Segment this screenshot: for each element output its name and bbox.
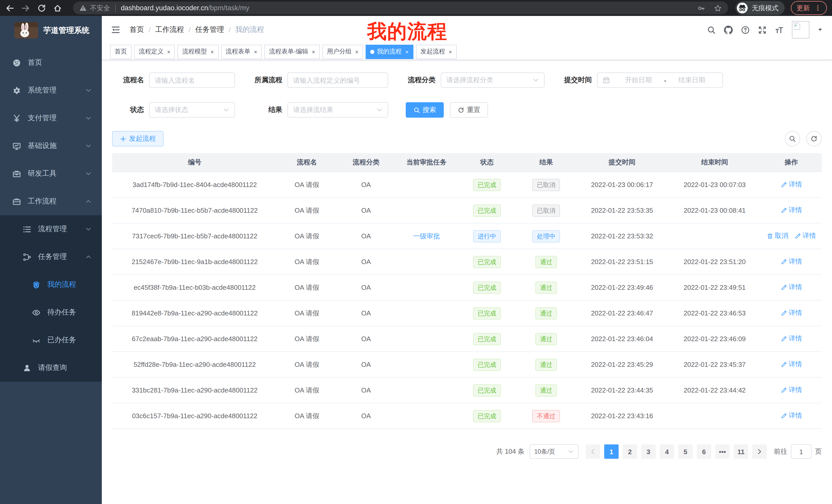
sidebar-subitem-4[interactable]: 已办任务 <box>0 326 102 354</box>
browser-home-icon[interactable] <box>53 3 62 12</box>
page-button-4[interactable]: 4 <box>660 444 674 459</box>
result-cell: 通过 <box>517 377 576 403</box>
breadcrumb-item-1[interactable]: 工作流程 <box>155 25 184 34</box>
page-size-select[interactable]: 10条/页 <box>530 444 578 459</box>
filter-process-definition: 所属流程 <box>247 73 388 88</box>
status-select[interactable]: 请选择状态 <box>149 102 235 118</box>
sidebar-item-2[interactable]: 支付管理 <box>0 104 102 132</box>
tab-6[interactable]: 我的流程× <box>366 45 413 59</box>
tab-close-icon[interactable]: × <box>405 49 409 55</box>
table-row: 7470a810-7b9b-11ec-b5b7-acde48001122OA 请… <box>112 198 822 223</box>
page-button-2[interactable]: 2 <box>623 444 637 459</box>
main-area: 首页/工作流程/任务管理/我的流程 <box>102 16 832 504</box>
show-search-button[interactable] <box>785 131 800 146</box>
not-secure-warning-icon[interactable] <box>79 4 87 12</box>
search-button[interactable]: 搜索 <box>406 102 444 118</box>
page-button-5[interactable]: 5 <box>678 444 693 459</box>
table-row: 819442e8-7b9a-11ec-a290-acde48001122OA 请… <box>112 300 822 326</box>
avatar[interactable] <box>792 21 809 38</box>
refresh-table-button[interactable] <box>806 131 822 146</box>
detail-link[interactable]: 详情 <box>781 386 802 395</box>
github-icon[interactable] <box>724 25 733 34</box>
reset-button[interactable]: 重置 <box>450 102 488 118</box>
detail-link[interactable]: 详情 <box>781 411 802 421</box>
detail-link[interactable]: 详情 <box>781 206 802 215</box>
sidebar-item-5[interactable]: 工作流程 <box>0 188 102 215</box>
detail-link[interactable]: 详情 <box>781 257 802 267</box>
detail-link[interactable]: 详情 <box>781 360 802 369</box>
url-text[interactable]: dashboard.yudao.iocoder.cn/bpm/task/my <box>121 4 689 12</box>
sidebar-submenu: 流程管理任务管理我的流程待办任务已办任务请假查询 <box>0 215 102 382</box>
password-key-icon[interactable] <box>697 4 705 12</box>
sidebar-item-4[interactable]: 研发工具 <box>0 160 102 188</box>
tab-0[interactable]: 首页 <box>110 45 132 59</box>
sidebar-subitem-5[interactable]: 请假查询 <box>0 354 102 382</box>
sidebar-toggle-icon[interactable] <box>111 25 120 34</box>
tab-1[interactable]: 流程定义× <box>134 45 175 59</box>
font-size-icon[interactable] <box>775 25 784 34</box>
header-actions <box>707 21 823 38</box>
current-task-link[interactable]: 一级审批 <box>413 232 440 240</box>
tab-close-icon[interactable]: × <box>254 49 257 55</box>
detail-link[interactable]: 详情 <box>795 231 816 241</box>
browser-back-icon[interactable] <box>5 3 15 12</box>
page-button-11[interactable]: 11 <box>734 444 748 459</box>
actions-cell: 详情 <box>761 249 822 275</box>
monitor-icon <box>12 142 21 150</box>
cancel-link[interactable]: 取消 <box>767 231 788 241</box>
goto-page-input[interactable] <box>791 444 811 459</box>
tab-2[interactable]: 流程模型× <box>178 45 218 59</box>
app-logo-row[interactable]: 芋道管理系统 <box>0 16 102 45</box>
tab-7[interactable]: 发起流程× <box>416 45 457 59</box>
browser-update-button[interactable]: 更新 <box>791 1 827 15</box>
filter-process-category: 流程分类 请选择流程分类 <box>400 73 545 88</box>
result-select[interactable]: 请选择流结果 <box>287 102 388 118</box>
chevron-down-icon <box>223 107 229 113</box>
browser-forward-icon[interactable] <box>21 3 30 12</box>
process-category-select[interactable]: 请选择流程分类 <box>441 73 545 88</box>
page-button-1[interactable]: 1 <box>604 444 619 459</box>
start-process-button[interactable]: 发起流程 <box>112 131 163 146</box>
submit-time-range-picker[interactable]: 开始日期 - 结束日期 <box>597 73 723 88</box>
detail-link[interactable]: 详情 <box>781 309 802 318</box>
process-name-input[interactable] <box>149 73 235 88</box>
page-button-6[interactable]: 6 <box>697 444 711 459</box>
bookmark-star-icon[interactable] <box>714 4 722 12</box>
prev-page-button[interactable] <box>586 444 600 459</box>
sidebar-item-3[interactable]: 基础设施 <box>0 132 102 160</box>
sidebar-item-0[interactable]: 首页 <box>0 49 102 77</box>
total-count-label: 共 104 条 <box>496 447 524 456</box>
tab-label: 用户分组 <box>327 47 352 56</box>
page-button-•••[interactable]: ••• <box>715 444 730 459</box>
sidebar-item-1[interactable]: 系统管理 <box>0 77 102 104</box>
process-definition-input[interactable] <box>287 73 388 88</box>
address-bar[interactable]: 不安全 dashboard.yudao.iocoder.cn/bpm/task/… <box>73 2 728 15</box>
detail-link[interactable]: 详情 <box>781 334 802 343</box>
detail-link[interactable]: 详情 <box>781 180 802 189</box>
tab-close-icon[interactable]: × <box>449 49 452 55</box>
next-page-button[interactable] <box>752 444 767 459</box>
avatar-caret-icon[interactable] <box>817 27 823 32</box>
browser-reload-icon[interactable] <box>37 3 46 12</box>
fullscreen-icon[interactable] <box>758 25 767 34</box>
tab-close-icon[interactable]: × <box>355 49 359 55</box>
tab-close-icon[interactable]: × <box>312 49 315 55</box>
tab-close-icon[interactable]: × <box>167 49 171 55</box>
help-icon[interactable] <box>741 25 750 34</box>
sidebar-subitem-1[interactable]: 任务管理 <box>0 243 102 271</box>
tab-5[interactable]: 用户分组× <box>322 45 363 59</box>
tab-3[interactable]: 流程表单× <box>221 45 262 59</box>
tab-4[interactable]: 流程表单-编辑× <box>265 45 320 59</box>
detail-link[interactable]: 详情 <box>781 283 802 292</box>
browser-menu-icon[interactable] <box>814 5 821 11</box>
tab-close-icon[interactable]: × <box>211 49 214 55</box>
breadcrumb-item-2[interactable]: 任务管理 <box>196 25 224 34</box>
sidebar-subitem-3[interactable]: 待办任务 <box>0 299 102 326</box>
breadcrumb-item-0[interactable]: 首页 <box>130 25 144 34</box>
breadcrumb-item-3[interactable]: 我的流程 <box>235 25 264 34</box>
sidebar-subitem-2[interactable]: 我的流程 <box>0 271 102 299</box>
header-search-icon[interactable] <box>707 25 716 34</box>
tab-label: 流程表单 <box>226 47 251 56</box>
sidebar-subitem-0[interactable]: 流程管理 <box>0 215 102 243</box>
page-button-3[interactable]: 3 <box>641 444 656 459</box>
